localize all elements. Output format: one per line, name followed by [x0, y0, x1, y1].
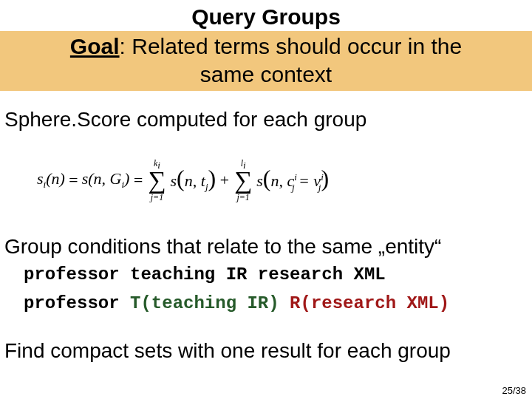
f-lhs-s: s	[37, 169, 44, 188]
q2-group-t: T(teaching IR)	[130, 293, 290, 313]
line-group-conditions: Group conditions that relate to the same…	[4, 234, 532, 259]
goal-text-1: Related terms should occur in the	[132, 34, 462, 58]
example-query-1: professor teaching IR research XML	[24, 263, 532, 287]
sum1-bot: j=1	[151, 193, 163, 202]
page-number: 25/38	[502, 385, 526, 396]
line-sphere-score: Sphere.Score computed for each group	[4, 107, 532, 132]
goal-sep: :	[120, 34, 132, 58]
sum-1: ki ∑ j=1	[148, 159, 166, 202]
goal-label: Goal	[70, 34, 120, 58]
f-t2-eq: = v	[295, 171, 321, 190]
line-final: Find compact sets with one result for ea…	[4, 339, 532, 363]
sum-2: li ∑ j=1	[234, 159, 252, 202]
q2-group-r: R(research XML)	[290, 293, 449, 313]
sum2-bot: j=1	[236, 193, 249, 202]
q2-plain: professor	[24, 293, 130, 313]
sigma-icon: ∑	[148, 168, 166, 193]
f-mid: s(n, G	[82, 169, 122, 188]
formula: si(n) = s(n, Gi) = ki ∑ j=1 s(n, tj) + l…	[37, 159, 532, 202]
f-t2: s	[256, 171, 263, 190]
f-t1: s	[171, 171, 177, 190]
f-plus: +	[219, 171, 230, 190]
f-eq1: =	[68, 171, 79, 190]
f-eq2: =	[132, 171, 143, 190]
sigma-icon: ∑	[234, 168, 252, 193]
goal-text-2: same context	[200, 62, 332, 86]
f-lhs-arg: (n)	[46, 169, 65, 188]
example-query-2: professor T(teaching IR) R(research XML)	[24, 292, 532, 316]
goal-band: Goal: Related terms should occur in the …	[0, 31, 532, 91]
slide-title: Query Groups	[0, 0, 532, 30]
f-mid-close: )	[124, 169, 129, 188]
slide: Query Groups Goal: Related terms should …	[0, 0, 532, 399]
